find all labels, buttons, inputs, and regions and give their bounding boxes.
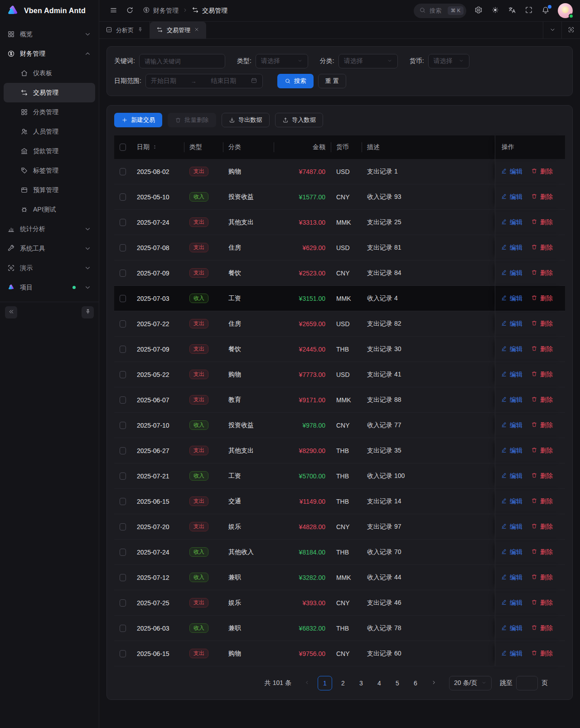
content-maximize-button[interactable] [561,22,580,39]
row-checkbox[interactable] [120,295,126,302]
global-search[interactable]: 搜索 ⌘ K [414,4,466,18]
table-row[interactable]: 2025-07-09支出餐饮¥2445.00THB支出记录 30编辑删除 [114,337,565,362]
sidebar-item-loans[interactable]: 贷款管理 [0,141,99,161]
delete-button[interactable]: 删除 [531,421,553,429]
sidebar-item-demo[interactable]: 演示 [0,258,99,278]
table-row[interactable]: 2025-06-03收入兼职¥6832.00THB收入记录 78编辑删除 [114,616,565,641]
row-checkbox[interactable] [120,168,126,175]
search-button[interactable]: 搜索 [277,74,314,88]
edit-button[interactable]: 编辑 [501,244,522,252]
row-checkbox[interactable] [120,625,126,632]
sidebar-item-budget[interactable]: 预算管理 [0,180,99,200]
row-checkbox[interactable] [120,422,126,429]
logo-row[interactable]: Vben Admin Antd [0,0,99,22]
edit-button[interactable]: 编辑 [501,599,522,607]
row-checkbox[interactable] [120,650,126,657]
edit-button[interactable]: 编辑 [501,447,522,455]
pagination-page-6[interactable]: 6 [408,676,423,690]
delete-button[interactable]: 删除 [531,320,553,328]
category-select[interactable]: 请选择 [338,54,398,68]
edit-button[interactable]: 编辑 [501,624,522,632]
delete-button[interactable]: 删除 [531,548,553,556]
delete-button[interactable]: 删除 [531,574,553,582]
delete-button[interactable]: 删除 [531,523,553,531]
row-checkbox[interactable] [120,447,126,454]
pagination-page-1[interactable]: 1 [318,676,332,690]
column-header-date[interactable]: 日期 [131,135,184,159]
delete-button[interactable]: 删除 [531,168,553,176]
row-checkbox[interactable] [120,244,126,251]
sidebar-toggle-button[interactable] [106,4,120,18]
sidebar-item-api-test[interactable]: API测试 [0,200,99,219]
sidebar-item-projects[interactable]: 项目 [0,278,99,297]
row-checkbox[interactable] [120,498,126,505]
select-all-checkbox[interactable] [120,144,126,151]
sidebar-item-finance[interactable]: 财务管理 [0,44,99,63]
row-checkbox[interactable] [120,549,126,556]
sidebar-item-dashboard[interactable]: 仪表板 [0,63,99,83]
table-row[interactable]: 2025-07-12收入兼职¥3282.00MMK收入记录 44编辑删除 [114,565,565,590]
language-button[interactable] [508,6,517,15]
notifications-button[interactable] [541,6,550,15]
sidebar-item-transactions[interactable]: 交易管理 [4,83,95,102]
sidebar-item-personnel[interactable]: 人员管理 [0,122,99,141]
sort-icon[interactable] [152,144,157,151]
table-row[interactable]: 2025-08-02支出购物¥7487.00USD支出记录 1编辑删除 [114,159,565,184]
edit-button[interactable]: 编辑 [501,269,522,277]
delete-button[interactable]: 删除 [531,396,553,404]
theme-toggle-button[interactable] [491,6,500,15]
delete-button[interactable]: 删除 [531,269,553,277]
edit-button[interactable]: 编辑 [501,523,522,531]
date-range-picker[interactable]: 开始日期 → 结束日期 [145,74,263,88]
breadcrumb-finance[interactable]: 财务管理 [143,6,179,15]
edit-button[interactable]: 编辑 [501,650,522,658]
sidebar-pin-button[interactable] [82,306,94,318]
create-transaction-button[interactable]: 新建交易 [114,113,162,127]
delete-button[interactable]: 删除 [531,345,553,353]
delete-button[interactable]: 删除 [531,650,553,658]
delete-button[interactable]: 删除 [531,294,553,303]
settings-button[interactable] [474,6,483,15]
sidebar-item-statistics[interactable]: 统计分析 [0,219,99,239]
row-checkbox[interactable] [120,396,126,404]
row-checkbox[interactable] [120,523,126,530]
delete-button[interactable]: 删除 [531,244,553,252]
sidebar-item-overview[interactable]: 概览 [0,24,99,44]
sidebar-item-system-tools[interactable]: 系统工具 [0,239,99,258]
table-row[interactable]: 2025-07-10收入投资收益¥978.00CNY收入记录 77编辑删除 [114,413,565,438]
row-checkbox[interactable] [120,371,126,378]
delete-button[interactable]: 删除 [531,193,553,201]
delete-button[interactable]: 删除 [531,599,553,607]
tab-options-button[interactable] [543,22,561,39]
sidebar-item-categories[interactable]: 分类管理 [0,102,99,122]
delete-button[interactable]: 删除 [531,624,553,632]
row-checkbox[interactable] [120,574,126,581]
keyword-input[interactable] [139,54,225,68]
row-checkbox[interactable] [120,346,126,353]
type-select[interactable]: 请选择 [256,54,308,68]
edit-button[interactable]: 编辑 [501,371,522,379]
reset-button[interactable]: 重 置 [318,74,346,88]
import-data-button[interactable]: 导入数据 [275,113,323,127]
page-size-select[interactable]: 20 条/页 [449,676,492,690]
delete-button[interactable]: 删除 [531,472,553,480]
table-row[interactable]: 2025-06-15支出交通¥1149.00THB支出记录 14编辑删除 [114,489,565,514]
edit-button[interactable]: 编辑 [501,548,522,556]
edit-button[interactable]: 编辑 [501,320,522,328]
table-row[interactable]: 2025-06-07支出教育¥9171.00MMK支出记录 88编辑删除 [114,387,565,413]
table-row[interactable]: 2025-07-22支出住房¥2659.00USD支出记录 82编辑删除 [114,311,565,337]
export-data-button[interactable]: 导出数据 [222,113,270,127]
edit-button[interactable]: 编辑 [501,497,522,506]
breadcrumb-transactions[interactable]: 交易管理 [192,6,227,15]
refresh-button[interactable] [123,4,136,18]
row-checkbox[interactable] [120,193,126,201]
table-row[interactable]: 2025-05-22支出购物¥7773.00USD支出记录 41编辑删除 [114,362,565,387]
table-row[interactable]: 2025-07-25支出娱乐¥393.00CNY支出记录 46编辑删除 [114,590,565,616]
pagination-page-2[interactable]: 2 [336,676,350,690]
edit-button[interactable]: 编辑 [501,421,522,429]
delete-button[interactable]: 删除 [531,371,553,379]
row-checkbox[interactable] [120,320,126,328]
table-row[interactable]: 2025-07-20支出娱乐¥4828.00CNY支出记录 97编辑删除 [114,514,565,540]
table-row[interactable]: 2025-07-24支出其他支出¥3313.00MMK支出记录 25编辑删除 [114,210,565,235]
pin-icon[interactable] [137,27,143,34]
